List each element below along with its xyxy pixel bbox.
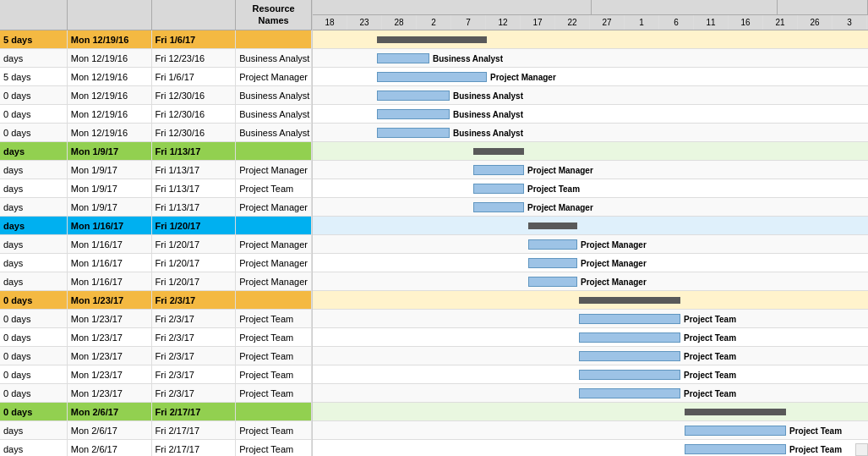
cell-resource: Project Team [236, 421, 312, 439]
gantt-bar [528, 239, 577, 250]
gantt-row: Project Manager [313, 272, 868, 291]
gantt-bar-label: Project Manager [527, 165, 593, 175]
gantt-bar-label: Project Team [684, 351, 736, 361]
cell-resource: Business Analyst [236, 105, 312, 123]
cell-finish: Fri 12/30/16 [152, 86, 237, 104]
cell-start: Mon 12/19/16 [68, 124, 152, 141]
table-row: 5 daysMon 12/19/16Fri 1/6/17Project Mana… [0, 68, 312, 86]
cell-resource: Project Team [236, 347, 312, 365]
gantt-row: Project Manager [313, 198, 868, 217]
gantt-row: Project Manager [313, 68, 868, 86]
day-label: 12 [486, 15, 521, 30]
cell-finish: Fri 2/17/17 [152, 421, 237, 439]
gantt-row: Project Manager [313, 254, 868, 272]
gantt-header-days: 182328271217222716111621263 [313, 15, 868, 30]
table-row: daysMon 12/19/16Fri 12/23/16Business Ana… [0, 49, 312, 68]
gantt-row: Project Team [313, 347, 868, 365]
cell-resource: Project Team [236, 384, 312, 402]
cell-start: Mon 1/23/17 [68, 384, 152, 402]
cell-start: Mon 1/9/17 [68, 179, 152, 197]
jan-label [313, 0, 592, 14]
gantt-bar [528, 258, 577, 268]
cell-resource [236, 217, 312, 234]
gantt-bar [473, 202, 524, 212]
cell-finish: Fri 2/3/17 [152, 365, 237, 383]
cell-start: Mon 1/16/17 [68, 254, 152, 272]
gantt-row: Project Team [313, 384, 868, 403]
gantt-row: Project Manager [313, 235, 868, 254]
table-row: 0 daysMon 1/23/17Fri 2/3/17 [0, 291, 312, 310]
gantt-header: 182328271217222716111621263 [313, 0, 868, 30]
cell-finish: Fri 2/3/17 [152, 347, 237, 365]
table-row: 0 daysMon 12/19/16Fri 12/30/16Business A… [0, 124, 312, 142]
gantt-row: Project Manager [313, 161, 868, 179]
main-container: ResourceNames 5 daysMon 12/19/16Fri 1/6/… [0, 0, 868, 456]
table-row: daysMon 1/16/17Fri 1/20/17Project Manage… [0, 235, 312, 254]
cell-start: Mon 2/6/17 [68, 421, 152, 439]
table-header: ResourceNames [0, 0, 312, 30]
gantt-bar-label: Project Team [789, 444, 842, 454]
cell-finish: Fri 2/3/17 [152, 310, 237, 327]
cell-duration: 0 days [0, 384, 68, 402]
gantt-row: Project Team [313, 179, 868, 198]
table-row: 0 daysMon 12/19/16Fri 12/30/16Business A… [0, 86, 312, 105]
cell-duration: days [0, 179, 68, 197]
feb-label [592, 0, 778, 14]
table-row: 0 daysMon 2/6/17Fri 2/17/17 [0, 403, 312, 421]
table-row: 0 daysMon 1/23/17Fri 2/3/17Project Team [0, 347, 312, 365]
cell-resource: Business Analyst [236, 86, 312, 104]
cell-start: Mon 2/6/17 [68, 403, 152, 420]
cell-finish: Fri 2/3/17 [152, 328, 237, 346]
cell-finish: Fri 12/23/16 [152, 49, 237, 67]
cell-start: Mon 1/23/17 [68, 347, 152, 365]
table-row: daysMon 1/9/17Fri 1/13/17Project Manager [0, 198, 312, 217]
col-header-finish[interactable] [152, 0, 237, 30]
cell-resource [236, 291, 312, 309]
gantt-bar [377, 72, 487, 82]
gantt-bar [528, 223, 577, 229]
cell-duration: 0 days [0, 86, 68, 104]
gantt-bar-label: Project Manager [581, 277, 647, 287]
cell-start: Mon 1/23/17 [68, 291, 152, 309]
cell-duration: days [0, 272, 68, 290]
col-header-start[interactable] [68, 0, 152, 30]
day-label: 26 [798, 15, 833, 30]
cell-duration: 0 days [0, 291, 68, 309]
gantt-row: Project Team [313, 310, 868, 328]
cell-start: Mon 1/9/17 [68, 198, 152, 216]
cell-finish: Fri 12/30/16 [152, 124, 237, 141]
gantt-row [313, 142, 868, 161]
cell-start: Mon 2/6/17 [68, 440, 152, 456]
gantt-bar [685, 409, 786, 415]
cell-start: Mon 12/19/16 [68, 86, 152, 104]
table-row: daysMon 1/9/17Fri 1/13/17Project Manager [0, 161, 312, 179]
gantt-row: Business Analyst [313, 49, 868, 68]
col-header-duration[interactable] [0, 0, 68, 30]
cell-duration: 0 days [0, 403, 68, 420]
gantt-bar [377, 53, 429, 63]
gantt-bar [685, 444, 786, 454]
cell-start: Mon 1/16/17 [68, 217, 152, 234]
cell-start: Mon 12/19/16 [68, 68, 152, 85]
gantt-row: Business Analyst [313, 105, 868, 124]
cell-resource: Project Team [236, 310, 312, 327]
cell-duration: 0 days [0, 328, 68, 346]
col-header-resource[interactable]: ResourceNames [236, 0, 312, 30]
cell-duration: days [0, 142, 68, 160]
cell-finish: Fri 1/6/17 [152, 30, 237, 48]
table-row: daysMon 2/6/17Fri 2/17/17Project Team [0, 440, 312, 456]
gantt-row: Project Team [313, 365, 868, 384]
gantt-row: Business Analyst [313, 86, 868, 105]
day-label: 28 [382, 15, 417, 30]
cell-resource: Project Team [236, 440, 312, 456]
cell-finish: Fri 2/17/17 [152, 403, 237, 420]
table-row: daysMon 1/16/17Fri 1/20/17Project Manage… [0, 272, 312, 291]
gantt-bar-label: Project Team [684, 332, 736, 343]
cell-resource [236, 142, 312, 160]
cell-resource: Project Team [236, 365, 312, 383]
cell-start: Mon 12/19/16 [68, 105, 152, 123]
gantt-bar-label: Business Analyst [453, 109, 523, 119]
cell-duration: 5 days [0, 68, 68, 85]
day-label: 1 [625, 15, 659, 30]
table-row: daysMon 1/16/17Fri 1/20/17 [0, 217, 312, 235]
